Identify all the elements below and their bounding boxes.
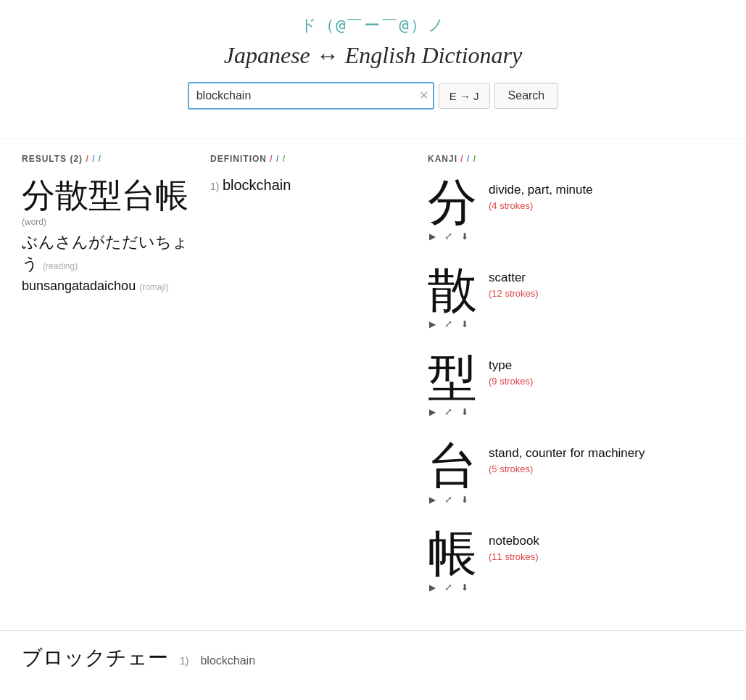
kanji-play-btn-3[interactable] xyxy=(428,493,437,506)
kanji-meaning-4: notebook xyxy=(489,534,539,548)
clear-button[interactable]: ✕ xyxy=(419,90,428,102)
kanji-strokes-4: (11 strokes) xyxy=(489,551,539,562)
kanji-download-btn-4[interactable] xyxy=(460,580,470,594)
kanji-column: KANJI / / / 分 divide, part, minute (4 st… xyxy=(428,154,724,616)
romaji-text: bunsangatadaichou (romaji) xyxy=(22,279,196,294)
title-english: English Dictionary xyxy=(345,42,522,68)
kanji-entry-3: 台 stand, counter for machinery (5 stroke… xyxy=(428,440,724,506)
kanji-download-btn-1[interactable] xyxy=(460,317,470,331)
kanji-info-2: type (9 strokes) xyxy=(489,353,533,387)
site-title: Japanese ↔ English Dictionary xyxy=(0,42,746,69)
kanji-play-btn-1[interactable] xyxy=(428,317,437,331)
kanji-char-block-1: 散 xyxy=(428,265,477,331)
kanji-info-0: divide, part, minute (4 strokes) xyxy=(489,177,593,211)
kanji-info-3: stand, counter for machinery (5 strokes) xyxy=(489,440,645,474)
page-header: ド（@￣ー￣@）ノ Japanese ↔ English Dictionary … xyxy=(0,0,746,139)
reading-hiragana: ぶんさんがただいちょう (reading) xyxy=(22,231,196,276)
bottom-def-text: blockchain xyxy=(200,654,255,667)
search-input[interactable] xyxy=(188,82,434,110)
kanji-entry-0: 分 divide, part, minute (4 strokes) xyxy=(428,177,724,243)
kanji-char-block-4: 帳 xyxy=(428,528,477,594)
bottom-word-japanese: ブロックチェー xyxy=(22,644,168,672)
direction-toggle-button[interactable]: E → J xyxy=(439,83,490,109)
def-number-1: 1) xyxy=(210,181,219,192)
bottom-def-number: 1) xyxy=(180,655,188,667)
reading-label: (reading) xyxy=(43,261,78,271)
title-arrow: ↔ xyxy=(316,42,345,68)
kanji-play-btn-4[interactable] xyxy=(428,580,437,594)
kanji-strokes-3: (5 strokes) xyxy=(489,464,645,474)
kanji-controls-3 xyxy=(428,493,470,506)
kanji-download-btn-2[interactable] xyxy=(460,405,470,419)
main-content: RESULTS (2) / / / 分散型台帳 (word) ぶんさんがただいち… xyxy=(0,139,746,630)
kanji-expand-btn-1[interactable] xyxy=(443,317,454,331)
kanji-meaning-2: type xyxy=(489,358,533,373)
kanji-char-4: 帳 xyxy=(428,528,477,577)
kanji-entry-2: 型 type (9 strokes) xyxy=(428,353,724,419)
search-button[interactable]: Search xyxy=(494,83,559,109)
search-row: ✕ E → J Search xyxy=(0,82,746,110)
kanji-info-1: scatter (12 strokes) xyxy=(489,265,539,299)
kanji-controls-4 xyxy=(428,580,470,594)
kanji-meaning-0: divide, part, minute xyxy=(489,183,593,197)
kanji-char-1: 散 xyxy=(428,265,477,314)
bottom-result-row: ブロックチェー 1) blockchain xyxy=(0,630,746,685)
kanji-expand-btn-0[interactable] xyxy=(443,229,454,243)
kanji-controls-0 xyxy=(428,229,470,243)
kanji-download-btn-0[interactable] xyxy=(460,229,470,243)
kanji-entry-4: 帳 notebook (11 strokes) xyxy=(428,528,724,594)
kanji-strokes-0: (4 strokes) xyxy=(489,200,593,211)
kanji-entry-1: 散 scatter (12 strokes) xyxy=(428,265,724,331)
definition-list: 1) blockchain xyxy=(210,177,413,194)
kanji-play-btn-2[interactable] xyxy=(428,405,437,419)
romaji-label: (romaji) xyxy=(139,282,169,292)
kanji-char-block-2: 型 xyxy=(428,353,477,419)
results-header: RESULTS (2) / / / xyxy=(22,154,196,164)
kanji-strokes-1: (12 strokes) xyxy=(489,288,539,299)
kanji-char-block-3: 台 xyxy=(428,440,477,506)
kanji-char-0: 分 xyxy=(428,177,477,226)
def-text-1: blockchain xyxy=(223,177,291,193)
kanji-info-4: notebook (11 strokes) xyxy=(489,528,539,562)
kanji-expand-btn-3[interactable] xyxy=(443,493,454,506)
kanji-header: KANJI / / / xyxy=(428,154,724,164)
search-input-wrapper: ✕ xyxy=(188,82,434,110)
kanji-play-btn-0[interactable] xyxy=(428,229,437,243)
kanji-meaning-1: scatter xyxy=(489,271,539,285)
kanji-char-block-0: 分 xyxy=(428,177,477,243)
word-japanese: 分散型台帳 xyxy=(22,177,196,214)
kanji-expand-btn-4[interactable] xyxy=(443,580,454,594)
results-column: RESULTS (2) / / / 分散型台帳 (word) ぶんさんがただいち… xyxy=(22,154,210,616)
title-japanese: Japanese xyxy=(224,42,310,68)
definition-column: DEFINITION / / / 1) blockchain xyxy=(210,154,428,616)
definition-header: DEFINITION / / / xyxy=(210,154,413,164)
kanji-char-2: 型 xyxy=(428,353,477,402)
kanji-char-3: 台 xyxy=(428,440,477,490)
kanji-controls-1 xyxy=(428,317,470,331)
ascii-art-decoration: ド（@￣ー￣@）ノ xyxy=(0,15,746,36)
kanji-controls-2 xyxy=(428,405,470,419)
kanji-expand-btn-2[interactable] xyxy=(443,405,454,419)
kanji-download-btn-3[interactable] xyxy=(460,493,470,506)
kanji-meaning-3: stand, counter for machinery xyxy=(489,446,645,461)
word-tag: (word) xyxy=(22,217,196,227)
kanji-strokes-2: (9 strokes) xyxy=(489,376,533,387)
